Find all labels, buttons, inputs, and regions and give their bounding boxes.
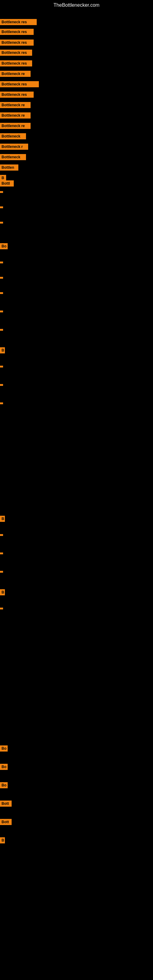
bottleneck-item-6[interactable]: Bottleneck re bbox=[0, 71, 30, 77]
bottleneck-item-35[interactable]: B bbox=[0, 589, 5, 595]
bottleneck-item-25[interactable] bbox=[0, 310, 3, 312]
bottleneck-item-8[interactable]: Bottleneck res bbox=[0, 92, 33, 98]
bottleneck-item-1[interactable]: Bottleneck res bbox=[0, 19, 37, 25]
bottleneck-item-40[interactable]: Bott bbox=[0, 800, 12, 807]
bottleneck-item-36[interactable] bbox=[0, 608, 3, 609]
bottleneck-item-32[interactable] bbox=[0, 534, 3, 536]
bottleneck-item-39[interactable]: Bo bbox=[0, 782, 8, 788]
bottleneck-item-34[interactable] bbox=[0, 571, 3, 573]
bottleneck-item-18[interactable] bbox=[0, 191, 3, 193]
bottleneck-item-9[interactable]: Bottleneck re bbox=[0, 102, 30, 108]
bottleneck-item-27[interactable]: B bbox=[0, 347, 5, 353]
bottleneck-item-28[interactable] bbox=[0, 366, 3, 368]
bottleneck-item-22[interactable] bbox=[0, 261, 3, 263]
bottleneck-item-2[interactable]: Bottleneck res bbox=[0, 29, 33, 35]
site-title: TheBottlenecker.com bbox=[0, 0, 153, 10]
bottleneck-item-24[interactable] bbox=[0, 292, 3, 294]
bottleneck-item-31[interactable]: B bbox=[0, 516, 5, 522]
bottleneck-item-7[interactable]: Bottleneck res bbox=[0, 81, 39, 87]
bottleneck-item-13[interactable]: Bottleneck r bbox=[0, 144, 28, 150]
bottleneck-item-14[interactable]: Bottleneck bbox=[0, 154, 26, 160]
bottleneck-item-4[interactable]: Bottleneck res bbox=[0, 49, 32, 56]
bottleneck-item-26[interactable] bbox=[0, 329, 3, 331]
bottleneck-item-17[interactable]: Bottl bbox=[0, 180, 14, 186]
bottleneck-item-11[interactable]: Bottleneck re bbox=[0, 123, 30, 129]
bottleneck-item-23[interactable] bbox=[0, 277, 3, 279]
bottleneck-item-19[interactable] bbox=[0, 207, 3, 208]
bottleneck-item-38[interactable]: Bo bbox=[0, 764, 8, 770]
bottleneck-item-20[interactable] bbox=[0, 222, 3, 224]
bottleneck-item-16[interactable]: B bbox=[0, 175, 6, 181]
bottleneck-item-37[interactable]: Bo bbox=[0, 745, 8, 751]
bottleneck-item-30[interactable] bbox=[0, 402, 3, 404]
bottleneck-item-42[interactable]: B bbox=[0, 837, 5, 843]
bottleneck-item-41[interactable]: Bott bbox=[0, 819, 12, 825]
bottleneck-item-12[interactable]: Bottleneck bbox=[0, 133, 26, 139]
bottleneck-item-5[interactable]: Bottleneck res bbox=[0, 60, 32, 67]
bottleneck-item-15[interactable]: Bottlen bbox=[0, 164, 18, 170]
bottleneck-item-3[interactable]: Bottleneck res bbox=[0, 40, 33, 46]
bottleneck-item-29[interactable] bbox=[0, 384, 3, 386]
bottleneck-item-21[interactable]: Bo bbox=[0, 243, 8, 249]
bottleneck-item-33[interactable] bbox=[0, 552, 3, 554]
bottleneck-item-10[interactable]: Bottleneck re bbox=[0, 112, 30, 119]
